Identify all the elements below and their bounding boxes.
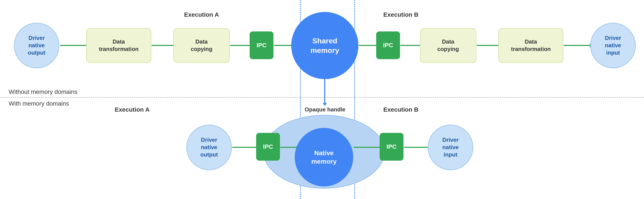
native-memory-label: Native memory [312,149,337,166]
label-without-memory-domains: Without memory domains [9,88,77,96]
shared-memory-label: Shared memory [310,36,339,55]
diagram-container: Without memory domains With memory domai… [0,0,644,199]
arrow-4 [274,45,291,46]
shared-memory: Shared memory [291,12,358,79]
data-transformation-2-label: Data transformation [511,38,550,53]
arrow-bot-3 [354,147,380,148]
ipc-3: IPC [256,133,280,161]
native-memory: Native memory [295,128,353,186]
exec-a-label-top: Execution A [169,11,234,18]
ipc-1-label: IPC [256,42,267,49]
driver-native-input-bot: Driver native input [428,125,473,170]
driver-native-input-top: Driver native input [590,23,636,68]
exec-b-label-bot: Execution B [368,106,434,113]
ipc-2: IPC [376,32,400,59]
exec-a-label-bot: Execution A [100,106,165,113]
label-with-memory-domains: With memory domains [9,100,69,107]
ipc-3-label: IPC [263,143,273,150]
data-transformation-2: Data transformation [498,28,564,63]
opaque-handle-label: Opaque handle [290,106,360,113]
data-copying-2-label: Data copying [437,38,459,53]
arrow-5 [359,45,376,46]
ipc-4: IPC [380,133,404,161]
driver-native-output-bot-label: Driver native output [200,136,218,158]
driver-native-input-bot-label: Driver native input [442,136,458,158]
data-transformation-1: Data transformation [86,28,151,63]
arrow-2 [152,45,173,46]
ipc-2-label: IPC [383,42,393,49]
exec-b-label-top: Execution B [368,11,434,18]
arrow-bot-1 [232,147,256,148]
arrow-bot-4 [404,147,428,148]
data-copying-1: Data copying [173,28,230,63]
data-transformation-1-label: Data transformation [99,38,138,53]
data-copying-1-label: Data copying [191,38,212,53]
arrow-down-shared [324,79,325,103]
ipc-1: IPC [250,32,274,59]
ipc-4-label: IPC [386,143,397,150]
driver-native-input-top-label: Driver native input [605,34,621,56]
arrow-3 [230,45,250,46]
arrow-1 [60,45,86,46]
data-copying-2: Data copying [420,28,476,63]
arrow-7 [477,45,498,46]
driver-native-output-top: Driver native output [14,23,59,68]
driver-native-output-top-label: Driver native output [28,34,46,56]
arrow-6 [400,45,420,46]
driver-native-output-bot: Driver native output [186,125,232,170]
arrow-8 [564,45,590,46]
section-divider [0,97,644,98]
